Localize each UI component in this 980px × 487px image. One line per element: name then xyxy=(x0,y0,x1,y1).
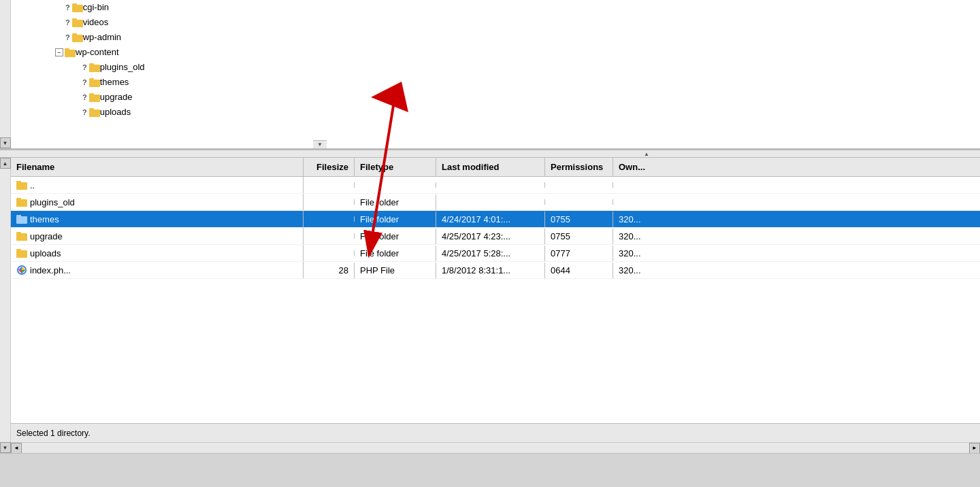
folder-icon xyxy=(89,77,100,88)
question-icon: ? xyxy=(82,61,87,74)
svg-rect-7 xyxy=(65,48,69,50)
svg-rect-0 xyxy=(72,5,83,12)
svg-rect-8 xyxy=(89,65,100,72)
col-header-filesize[interactable]: Filesize xyxy=(304,158,355,176)
file-row-plugins-old[interactable]: plugins_old File folder xyxy=(11,194,980,211)
tree-item-uploads[interactable]: ? uploads xyxy=(11,105,980,120)
question-icon: ? xyxy=(65,16,70,29)
file-tree: ? cgi-bin ? videos ? xyxy=(11,0,980,148)
file-perms-themes: 0755 xyxy=(545,212,613,227)
pane-divider[interactable]: ▲ xyxy=(0,150,980,158)
svg-rect-19 xyxy=(16,198,21,200)
tree-label: uploads xyxy=(100,105,131,119)
tree-item-plugins-old[interactable]: ? plugins_old xyxy=(11,60,980,75)
file-name-uploads: uploads xyxy=(11,245,304,261)
tree-item-themes[interactable]: ? themes xyxy=(11,75,980,90)
file-row-themes[interactable]: themes File folder 4/24/2017 4:01:... 07… xyxy=(11,211,980,228)
col-header-permissions[interactable]: Permissions xyxy=(545,158,613,176)
file-perms-dotdot xyxy=(545,182,613,188)
svg-rect-3 xyxy=(72,18,77,20)
file-list: .. xyxy=(11,177,980,423)
file-modified-themes: 4/24/2017 4:01:... xyxy=(436,212,545,227)
tree-item-upgrade[interactable]: ? upgrade xyxy=(11,90,980,105)
tree-item-wp-admin[interactable]: ? wp-admin xyxy=(11,30,980,45)
svg-rect-16 xyxy=(16,182,27,190)
file-list-container: Filename Filesize Filetype Last modified… xyxy=(11,158,980,453)
file-list-wrapper: ▲ ▼ Filename Filesize Filetype Last modi… xyxy=(0,158,980,453)
svg-rect-21 xyxy=(16,215,21,217)
file-row-indexphp[interactable]: index.ph... 28 PHP File 1/8/2012 8:31:1.… xyxy=(11,262,980,279)
horizontal-scrollbar[interactable]: ◄ ► xyxy=(11,442,980,453)
chevron-up-icon: ▲ xyxy=(644,151,649,157)
file-type-plugins-old: File folder xyxy=(355,195,436,210)
top-pane-scrollbar[interactable]: ▼ xyxy=(0,0,11,148)
main-container: ▼ ? cgi-bin ? videos xyxy=(0,0,980,487)
scroll-down-btn2[interactable]: ▼ xyxy=(0,442,11,453)
question-icon: ? xyxy=(82,75,87,89)
question-icon: ? xyxy=(82,90,87,104)
file-row-uploads[interactable]: uploads File folder 4/25/2017 5:28:... 0… xyxy=(11,245,980,262)
scroll-up-btn[interactable]: ▲ xyxy=(0,158,11,169)
file-owner-upgrade: 320... xyxy=(613,229,980,244)
tree-label: upgrade xyxy=(100,90,133,104)
folder-icon xyxy=(65,47,76,58)
tree-label: wp-admin xyxy=(83,31,121,44)
file-table-header: Filename Filesize Filetype Last modified… xyxy=(11,158,980,177)
top-pane-collapse-btn[interactable]: ▼ xyxy=(313,140,327,148)
folder-icon xyxy=(16,180,27,190)
file-row-dotdot[interactable]: .. xyxy=(11,177,980,194)
file-size-plugins-old xyxy=(304,199,355,205)
folder-icon xyxy=(72,17,83,28)
file-name-indexphp: index.ph... xyxy=(11,262,304,278)
folder-icon xyxy=(89,107,100,118)
col-header-filename[interactable]: Filename xyxy=(11,158,304,176)
php-file-icon xyxy=(16,265,27,275)
tree-label: cgi-bin xyxy=(83,1,109,14)
svg-rect-14 xyxy=(89,110,100,117)
file-modified-uploads: 4/25/2017 5:28:... xyxy=(436,246,545,261)
file-owner-uploads: 320... xyxy=(613,246,980,261)
svg-rect-24 xyxy=(16,250,27,258)
file-owner-dotdot xyxy=(613,182,980,188)
top-pane: ▼ ? cgi-bin ? videos xyxy=(0,0,980,150)
col-header-filetype[interactable]: Filetype xyxy=(355,158,436,176)
folder-icon xyxy=(89,92,100,103)
col-header-lastmodified[interactable]: Last modified xyxy=(436,158,545,176)
folder-icon xyxy=(89,62,100,73)
file-type-upgrade: File folder xyxy=(355,229,436,244)
scroll-right-btn[interactable]: ► xyxy=(969,443,980,454)
file-size-uploads xyxy=(304,250,355,256)
svg-rect-6 xyxy=(65,50,76,57)
tree-item-wp-content[interactable]: − wp-content xyxy=(11,45,980,60)
status-text: Selected 1 directory. xyxy=(16,429,91,438)
collapse-btn[interactable]: − xyxy=(55,48,63,56)
file-modified-plugins-old xyxy=(436,199,545,205)
folder-icon xyxy=(72,2,83,13)
svg-rect-4 xyxy=(72,35,83,42)
svg-rect-23 xyxy=(16,232,21,234)
tree-item-cgi-bin[interactable]: ? cgi-bin xyxy=(11,0,980,15)
bottom-pane-scrollbar[interactable]: ▲ ▼ xyxy=(0,158,11,453)
file-size-dotdot xyxy=(304,182,355,188)
svg-rect-20 xyxy=(16,216,27,224)
scroll-down-btn[interactable]: ▼ xyxy=(0,137,11,148)
folder-icon xyxy=(72,32,83,43)
tree-item-videos[interactable]: ? videos xyxy=(11,15,980,30)
file-name-dotdot: .. xyxy=(11,177,304,193)
svg-rect-17 xyxy=(16,181,21,183)
tree-label: wp-content xyxy=(76,46,119,59)
tree-label: videos xyxy=(83,16,109,29)
status-bar: Selected 1 directory. xyxy=(11,423,980,442)
svg-rect-10 xyxy=(89,80,100,87)
file-row-upgrade[interactable]: upgrade File folder 4/25/2017 4:23:... 0… xyxy=(11,228,980,245)
file-type-themes: File folder xyxy=(355,212,436,227)
svg-rect-1 xyxy=(72,3,77,5)
scroll-left-btn[interactable]: ◄ xyxy=(11,443,22,454)
question-icon: ? xyxy=(82,105,87,119)
file-owner-indexphp: 320... xyxy=(613,263,980,278)
file-name-plugins-old: plugins_old xyxy=(11,194,304,210)
tree-label: themes xyxy=(100,75,129,89)
file-type-dotdot xyxy=(355,182,436,188)
col-header-owner[interactable]: Own... xyxy=(613,158,980,176)
question-icon: ? xyxy=(65,31,70,44)
